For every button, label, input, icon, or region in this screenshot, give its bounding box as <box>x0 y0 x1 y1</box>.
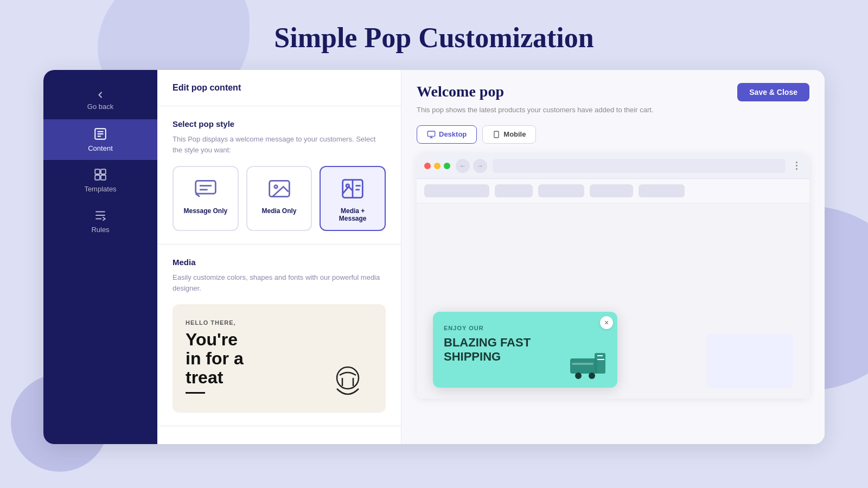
nav-pill-2 <box>495 184 533 197</box>
templates-icon <box>93 168 107 182</box>
desktop-icon <box>427 130 436 139</box>
browser-dot-green <box>444 163 450 169</box>
popup-overlay: × ENJOY OUR BLAZING FASTSHIPPING <box>433 312 617 388</box>
svg-point-31 <box>575 373 582 379</box>
media-message-icon <box>341 177 365 201</box>
sidebar-item-rules[interactable]: Rules <box>43 201 157 241</box>
nav-pill-1 <box>424 184 489 197</box>
media-only-icon <box>267 177 291 201</box>
go-back-label: Go back <box>87 102 113 111</box>
popup-label: ENJOY OUR <box>444 325 607 331</box>
save-close-button[interactable]: Save & Close <box>737 83 809 101</box>
nav-pill-4 <box>590 184 633 197</box>
sidebar-item-content[interactable]: Content <box>43 119 157 160</box>
browser-menu-btn[interactable] <box>791 162 802 170</box>
content-icon <box>93 127 107 141</box>
browser-bar: ← → <box>417 153 809 179</box>
browser-nav: ← → <box>456 159 487 173</box>
media-preview: HELLO THERE, You'rein for atreat <box>173 304 386 413</box>
browser-dots <box>424 163 450 169</box>
rules-icon <box>93 208 107 222</box>
menu-dot-1 <box>796 162 797 163</box>
media-desc: Easily customize colors, shapes and font… <box>173 272 386 293</box>
select-style-desc: This Pop displays a welcome message to y… <box>173 134 386 155</box>
popup-ship-icon <box>567 348 611 382</box>
media-preview-hello: HELLO THERE, <box>186 319 373 326</box>
media-message-label: Media + Message <box>326 207 379 222</box>
go-back-button[interactable]: Go back <box>43 81 157 119</box>
sidebar-item-templates[interactable]: Templates <box>43 160 157 201</box>
svg-point-15 <box>274 185 277 189</box>
mobile-view-button[interactable]: Mobile <box>482 125 536 144</box>
mobile-label: Mobile <box>503 130 526 138</box>
style-card-message-only[interactable]: Message Only <box>173 166 239 231</box>
browser-mockup: ← → <box>417 153 809 399</box>
nav-pill-5 <box>639 184 685 197</box>
mobile-icon <box>493 130 500 139</box>
select-style-section: Select pop style This Pop displays a wel… <box>157 106 401 245</box>
browser-side-panel <box>706 333 793 388</box>
svg-rect-5 <box>101 169 106 174</box>
popup-close-button[interactable]: × <box>600 316 613 329</box>
browser-forward-btn[interactable]: → <box>473 159 487 173</box>
browser-content: × ENJOY OUR BLAZING FASTSHIPPING <box>417 203 809 399</box>
desktop-view-button[interactable]: Desktop <box>417 125 477 144</box>
menu-dot-3 <box>796 168 797 170</box>
sidebar: Go back Content Templates <box>43 70 157 444</box>
sidebar-templates-label: Templates <box>84 185 116 193</box>
page-title: Simple Pop Customization <box>0 0 868 70</box>
browser-dot-red <box>424 163 431 169</box>
style-card-media-message[interactable]: Media + Message <box>320 166 386 231</box>
preview-desc: This pop shows the latest products your … <box>417 105 653 115</box>
nav-pill-3 <box>538 184 584 197</box>
svg-rect-4 <box>95 169 100 174</box>
back-arrow-icon <box>95 89 106 100</box>
menu-dot-2 <box>796 165 797 166</box>
media-title: Media <box>173 258 386 267</box>
preview-title: Welcome pop <box>417 83 653 100</box>
svg-rect-33 <box>572 363 593 365</box>
style-cards: Message Only Media Only <box>173 166 386 231</box>
browser-dot-yellow <box>434 163 441 169</box>
style-card-media-only[interactable]: Media Only <box>246 166 312 231</box>
edit-panel-header: Edit pop content <box>157 70 401 106</box>
svg-rect-11 <box>195 181 215 194</box>
main-container: Go back Content Templates <box>43 70 825 444</box>
select-style-title: Select pop style <box>173 119 386 129</box>
browser-back-btn[interactable]: ← <box>456 159 470 173</box>
message-only-icon <box>194 177 218 201</box>
media-only-label: Media Only <box>262 207 297 215</box>
media-preview-underline <box>186 392 205 394</box>
browser-nav-bar <box>417 179 809 203</box>
media-section: Media Easily customize colors, shapes an… <box>157 245 401 426</box>
svg-rect-24 <box>427 131 435 136</box>
sidebar-content-label: Content <box>88 144 113 152</box>
preview-header: Welcome pop This pop shows the latest pr… <box>417 83 809 115</box>
svg-point-21 <box>337 367 359 389</box>
message-only-label: Message Only <box>183 207 227 215</box>
svg-rect-6 <box>95 175 100 180</box>
svg-point-32 <box>589 373 595 379</box>
browser-url-bar <box>493 159 786 173</box>
popup-content: ENJOY OUR BLAZING FASTSHIPPING <box>433 312 617 388</box>
svg-rect-29 <box>570 358 597 374</box>
svg-rect-7 <box>101 175 106 180</box>
sidebar-rules-label: Rules <box>91 226 109 234</box>
preview-controls: Desktop Mobile <box>417 125 809 144</box>
media-preview-icon <box>321 356 375 413</box>
edit-panel: Edit pop content Select pop style This P… <box>157 70 401 444</box>
desktop-label: Desktop <box>439 130 467 138</box>
preview-panel: Welcome pop This pop shows the latest pr… <box>401 70 825 444</box>
